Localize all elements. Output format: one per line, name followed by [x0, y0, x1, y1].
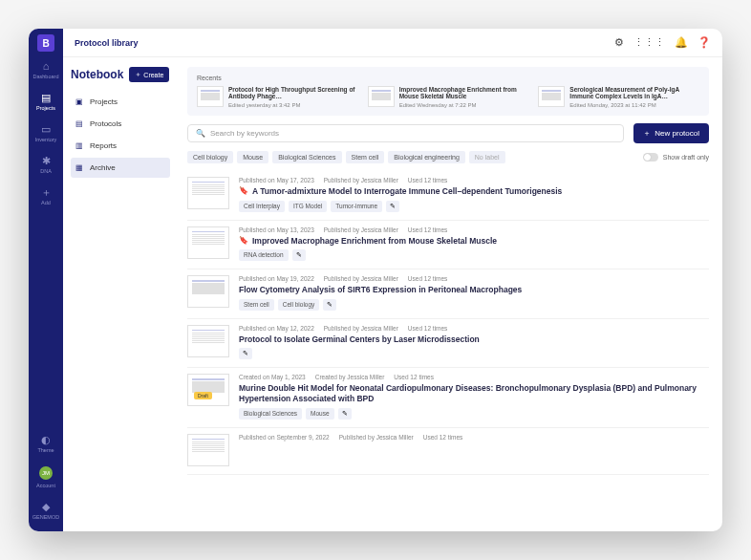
rail-item-projects[interactable]: ▤Projects [29, 91, 63, 113]
recent-title: Protocol for High Throughput Screening o… [228, 86, 358, 100]
protocol-title: 🔖Improved Macrophage Enrichment from Mou… [239, 236, 709, 247]
bookmark-icon: 🔖 [239, 236, 248, 246]
filter-chip[interactable]: Mouse [237, 151, 268, 163]
create-label: Create [143, 72, 163, 78]
protocol-title: Protocol to Isolate Germinal Centers by … [239, 334, 709, 345]
protocol-thumbnail [187, 374, 229, 406]
nav-label: Reports [90, 141, 117, 150]
nav-label: Projects [90, 97, 118, 106]
recent-thumbnail [368, 86, 395, 107]
recent-meta: Edited Monday, 2023 at 11:42 PM [569, 102, 699, 108]
recent-card[interactable]: Improved Macrophage Enrichment from Mous… [368, 86, 529, 108]
protocol-item[interactable]: Created on May 1, 2023Created by Jessica… [187, 368, 709, 427]
app-logo[interactable]: B [37, 34, 54, 52]
recents-section: Recents Protocol for High Throughput Scr… [187, 67, 709, 116]
toggle-switch[interactable] [643, 153, 658, 162]
rail-label: Projects [36, 105, 55, 111]
protocol-title: Flow Cytometry Analysis of SIRT6 Express… [239, 285, 709, 295]
protocol-meta: Published on May 17, 2023 [239, 177, 314, 183]
protocol-item[interactable]: Published on May 19, 2022Published by Je… [187, 269, 709, 319]
rail-item-genemod[interactable]: ◆GENEMOD [29, 500, 63, 522]
recent-meta: Edited Wednesday at 7:22 PM [399, 102, 529, 108]
protocol-meta: Published by Jessica Miller [339, 434, 414, 441]
protocol-tag[interactable]: Tumor-immune [331, 201, 382, 212]
edit-icon[interactable]: ✎ [338, 408, 352, 420]
filter-chip[interactable]: Biological engineering [388, 151, 465, 163]
recent-card[interactable]: Protocol for High Throughput Screening o… [197, 86, 358, 108]
nav-reports[interactable]: ▥Reports [71, 136, 170, 156]
recent-title: Serological Measurement of Poly-IgA Immu… [569, 86, 699, 100]
recent-thumbnail [538, 86, 565, 107]
protocol-thumbnail [187, 325, 229, 357]
gear-icon[interactable]: ⚙ [614, 36, 624, 49]
edit-icon[interactable]: ✎ [386, 201, 399, 212]
theme-icon: ◐ [41, 435, 51, 445]
rail-item-dashboard[interactable]: ⌂Dashboard [29, 59, 63, 81]
protocol-tag[interactable]: Cell biology [278, 299, 320, 311]
protocol-meta: Published on September 9, 2022 [239, 434, 330, 441]
create-button[interactable]: ＋ Create [129, 67, 169, 82]
sidepanel-title: Notebook [71, 68, 123, 81]
bell-icon[interactable]: 🔔 [675, 36, 688, 49]
rail-item-theme[interactable]: ◐Theme [29, 433, 63, 455]
nav-archive[interactable]: ▦Archive [71, 158, 170, 178]
rail-label: GENEMOD [32, 514, 59, 520]
new-protocol-label: New protocol [654, 129, 699, 138]
protocol-meta: Published by Jessica Miller [324, 275, 398, 282]
home-icon: ⌂ [43, 61, 50, 72]
recents-label: Recents [197, 75, 699, 81]
protocol-meta: Created on May 1, 2023 [239, 374, 306, 380]
reports-nav-icon: ▥ [75, 141, 84, 150]
edit-icon[interactable]: ✎ [292, 249, 306, 261]
protocol-item[interactable]: Published on September 9, 2022Published … [187, 428, 709, 475]
rail-label: Dashboard [33, 74, 59, 79]
protocol-meta: Used 12 times [423, 434, 463, 441]
help-icon[interactable]: ❓ [697, 36, 711, 49]
rail-item-dna[interactable]: ✱DNA [29, 154, 63, 176]
recent-card[interactable]: Serological Measurement of Poly-IgA Immu… [538, 86, 699, 108]
rail-item-inventory[interactable]: ▭Inventory [29, 122, 63, 144]
protocol-tag[interactable]: Mouse [306, 408, 334, 420]
filter-chip[interactable]: Biological Sciences [272, 151, 341, 163]
nav-protocols[interactable]: ▤Protocols [71, 114, 170, 134]
rail-label: Account [36, 483, 55, 488]
genemod-icon: ◆ [42, 502, 50, 512]
rail-item-account[interactable]: JMAccount [29, 464, 63, 490]
protocol-tag[interactable]: RNA detection [239, 249, 289, 261]
recent-thumbnail [197, 86, 224, 107]
nav-projects[interactable]: ▣Projects [71, 92, 170, 112]
draft-toggle[interactable]: Show draft only [643, 153, 709, 162]
search-input[interactable]: 🔍 Search by keywords [187, 124, 624, 142]
rail-label: Theme [37, 447, 54, 453]
new-protocol-button[interactable]: ＋ New protocol [633, 123, 709, 143]
projects-icon: ▤ [41, 93, 51, 103]
filter-row: Cell biology Mouse Biological Sciences S… [187, 151, 709, 163]
plus-icon: ＋ [41, 187, 52, 198]
protocol-tag[interactable]: ITG Model [289, 201, 327, 212]
protocol-thumbnail [187, 434, 229, 466]
apps-icon[interactable]: ⋮⋮⋮ [633, 36, 665, 49]
protocol-item[interactable]: Published on May 12, 2022Published by Je… [187, 319, 709, 369]
filter-chip-nolabel[interactable]: No label [469, 151, 505, 163]
dna-icon: ✱ [42, 156, 51, 166]
protocol-meta: Created by Jessica Miller [315, 374, 385, 380]
edit-icon[interactable]: ✎ [239, 348, 252, 359]
filter-chip[interactable]: Stem cell [346, 151, 385, 163]
protocol-tag[interactable]: Stem cell [239, 299, 274, 311]
protocol-meta: Published on May 19, 2022 [239, 275, 314, 282]
edit-icon[interactable]: ✎ [323, 299, 336, 311]
protocol-title: 🔖A Tumor-admixture Model to Interrogate … [239, 186, 709, 197]
rail-item-add[interactable]: ＋Add [29, 185, 63, 207]
protocol-meta: Used 12 times [394, 374, 434, 380]
filter-chip[interactable]: Cell biology [187, 151, 233, 163]
protocol-item[interactable]: Published on May 13, 2023Published by Je… [187, 221, 709, 270]
rail-label: Add [41, 200, 51, 205]
rail-label: Inventory [35, 137, 57, 142]
search-icon: 🔍 [196, 129, 205, 138]
app-window: B ⌂Dashboard ▤Projects ▭Inventory ✱DNA ＋… [29, 29, 722, 531]
protocol-meta: Used 12 times [408, 275, 448, 282]
protocol-tag[interactable]: Biological Sciences [239, 408, 302, 420]
protocol-tag[interactable]: Cell Interplay [239, 201, 285, 212]
topbar: Protocol library ⚙ ⋮⋮⋮ 🔔 ❓ [63, 29, 722, 57]
protocol-item[interactable]: Published on May 17, 2023Published by Je… [187, 171, 709, 221]
